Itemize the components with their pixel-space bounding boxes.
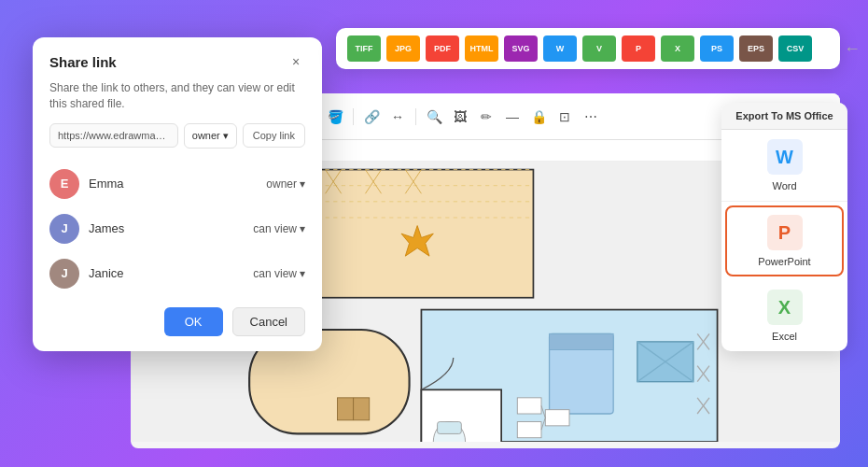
username-james: James	[89, 221, 244, 235]
format-ps[interactable]: PS	[700, 35, 734, 62]
format-jpg[interactable]: JPG	[386, 35, 420, 62]
export-ppt-label: PowerPoint	[758, 256, 810, 267]
svg-rect-18	[517, 422, 541, 438]
copy-link-button[interactable]: Copy link	[243, 123, 305, 148]
export-word-label: Word	[772, 180, 796, 191]
dialog-title: Share link	[49, 54, 117, 70]
toolbar-line[interactable]: ―	[502, 106, 523, 127]
svg-rect-17	[517, 398, 541, 414]
permission-james[interactable]: can view ▾	[253, 222, 305, 235]
format-pdf[interactable]: PDF	[426, 35, 459, 62]
ok-button[interactable]: OK	[164, 307, 223, 336]
toolbar-panel[interactable]: ⊡	[554, 106, 575, 127]
link-permission-select[interactable]: owner ▾	[184, 123, 237, 149]
format-tiff[interactable]: TIFF	[347, 35, 381, 62]
format-svg[interactable]: SVG	[504, 35, 538, 62]
permission-janice[interactable]: can view ▾	[253, 267, 305, 280]
link-row: https://www.edrawmax.com/online/fil owne…	[33, 123, 322, 162]
close-button[interactable]: ×	[287, 52, 305, 71]
dialog-header: Share link ×	[33, 37, 322, 80]
export-panel-title: Export To MS Office	[721, 103, 847, 130]
arrow-indicator: ←	[844, 39, 861, 59]
user-row-emma: E Emma owner ▾	[33, 162, 322, 206]
user-row-janice: J Janice can view ▾	[33, 251, 322, 296]
permission-emma[interactable]: owner ▾	[266, 177, 305, 191]
format-excel[interactable]: X	[661, 35, 694, 62]
format-html[interactable]: HTML	[465, 35, 498, 62]
export-excel-label: Excel	[772, 331, 797, 342]
share-dialog: Share link × Share the link to others, a…	[33, 37, 322, 351]
dialog-description: Share the link to others, and they can v…	[33, 80, 322, 123]
toolbar-zoom[interactable]: 🔍	[424, 106, 444, 127]
toolbar-image[interactable]: 🖼	[450, 106, 470, 127]
format-csv[interactable]: CSV	[778, 35, 812, 62]
cancel-button[interactable]: Cancel	[232, 307, 305, 336]
toolbar-arrow[interactable]: ↔	[387, 106, 408, 127]
toolbar-more[interactable]: ⋯	[581, 106, 601, 127]
separator-2	[415, 108, 416, 125]
format-ppt[interactable]: P	[622, 35, 655, 62]
username-janice: Janice	[89, 266, 244, 280]
avatar-janice: J	[49, 259, 79, 289]
avatar-james: J	[49, 214, 79, 244]
format-v[interactable]: V	[582, 35, 616, 62]
format-eps[interactable]: EPS	[739, 35, 773, 62]
avatar-emma: E	[49, 169, 79, 199]
svg-rect-14	[550, 333, 614, 349]
user-row-james: J James can view ▾	[33, 206, 322, 251]
toolbar-fill[interactable]: 🪣	[325, 106, 345, 127]
export-panel: IPG PDF W HTML SVG V Export To MS Office…	[721, 103, 847, 351]
toolbar-pen[interactable]: ✏	[476, 106, 497, 127]
export-excel-option[interactable]: X Excel	[721, 280, 847, 351]
export-toolbar: TIFF JPG PDF HTML SVG W V P X PS EPS CSV…	[336, 28, 840, 69]
dialog-actions: OK Cancel	[33, 296, 322, 351]
format-word[interactable]: W	[543, 35, 577, 62]
username-emma: Emma	[89, 177, 257, 191]
svg-rect-19	[545, 410, 569, 426]
toolbar-link[interactable]: 🔗	[361, 106, 382, 127]
link-input[interactable]: https://www.edrawmax.com/online/fil	[49, 123, 178, 148]
toolbar-lock[interactable]: 🔒	[528, 106, 549, 127]
separator-1	[353, 108, 354, 125]
export-ppt-option[interactable]: P PowerPoint	[725, 205, 844, 276]
export-word-option[interactable]: W Word	[721, 130, 847, 202]
svg-rect-13	[438, 422, 462, 434]
